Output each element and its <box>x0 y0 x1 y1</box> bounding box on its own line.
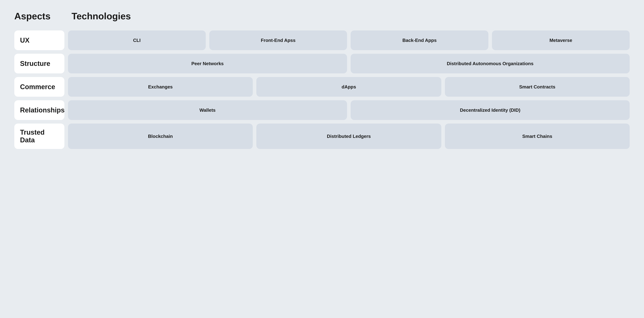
aspect-cell-ux: UX <box>14 31 64 50</box>
tech-label: Peer Networks <box>192 61 224 67</box>
tech-label: Metaverse <box>549 38 572 43</box>
tech-label: Exchanges <box>148 84 173 90</box>
grid-row: StructurePeer NetworksDistributed Autono… <box>14 54 630 73</box>
tech-cell-distributed- ledgers: Distributed Ledgers <box>256 124 441 149</box>
tech-cell-peer- networks: Peer Networks <box>68 54 347 73</box>
aspect-cell-trusted-data: Trusted Data <box>14 124 64 149</box>
tech-label: Front-End Apss <box>261 38 296 43</box>
tech-cell-wallets: Wallets <box>68 100 347 120</box>
tech-cell-exchanges: Exchanges <box>68 77 253 97</box>
tech-cells-container: WalletsDecentralized Identity (DID) <box>68 100 630 120</box>
tech-label: Wallets <box>200 107 216 113</box>
tech-cell-blockchain: Blockchain <box>68 124 253 149</box>
tech-cell-dapps: dApps <box>256 77 441 97</box>
aspect-label: Trusted Data <box>20 129 59 144</box>
grid-row: CommerceExchangesdAppsSmart Contracts <box>14 77 630 97</box>
grid-row: RelationshipsWalletsDecentralized Identi… <box>14 100 630 120</box>
tech-cells-container: BlockchainDistributed LedgersSmart Chain… <box>68 124 630 149</box>
tech-cell-metaverse: Metaverse <box>492 31 630 50</box>
tech-cell-back-end- apps: Back-End Apps <box>350 31 488 50</box>
tech-cells-container: CLIFront-End ApssBack-End AppsMetaverse <box>68 31 630 50</box>
tech-cell-cli: CLI <box>68 31 206 50</box>
tech-cell-smart- chains: Smart Chains <box>445 124 630 149</box>
tech-label: Decentralized Identity (DID) <box>460 107 520 113</box>
grid-row: UXCLIFront-End ApssBack-End AppsMetavers… <box>14 31 630 50</box>
tech-cell-distributed- autonomous- organizations: Distributed Autonomous Organizations <box>350 54 630 73</box>
tech-label: Distributed Ledgers <box>327 134 371 139</box>
tech-label: dApps <box>342 84 356 90</box>
technologies-title: Technologies <box>72 11 630 22</box>
aspect-cell-commerce: Commerce <box>14 77 64 97</box>
aspect-label: Commerce <box>20 83 55 91</box>
grid-row: Trusted DataBlockchainDistributed Ledger… <box>14 124 630 149</box>
tech-cell-decentralized- identity- did: Decentralized Identity (DID) <box>350 100 630 120</box>
main-grid: UXCLIFront-End ApssBack-End AppsMetavers… <box>14 31 630 149</box>
tech-label: Smart Contracts <box>519 84 555 90</box>
tech-label: Smart Chains <box>522 134 552 139</box>
tech-label: Back-End Apps <box>402 38 436 43</box>
aspects-header: Aspects <box>14 11 64 22</box>
tech-cells-container: ExchangesdAppsSmart Contracts <box>68 77 630 97</box>
tech-label: Distributed Autonomous Organizations <box>447 61 534 67</box>
tech-label: Blockchain <box>148 134 173 139</box>
tech-cell-front-end- apss: Front-End Apss <box>209 31 347 50</box>
aspect-label: Structure <box>20 60 50 68</box>
aspect-label: UX <box>20 37 30 44</box>
aspects-title: Aspects <box>14 11 64 22</box>
technologies-header: Technologies <box>72 11 630 22</box>
tech-cell-smart- contracts: Smart Contracts <box>445 77 630 97</box>
tech-label: CLI <box>133 38 140 43</box>
aspect-cell-structure: Structure <box>14 54 64 73</box>
aspect-cell-relationships: Relationships <box>14 100 64 120</box>
aspect-label: Relationships <box>20 106 64 114</box>
tech-cells-container: Peer NetworksDistributed Autonomous Orga… <box>68 54 630 73</box>
